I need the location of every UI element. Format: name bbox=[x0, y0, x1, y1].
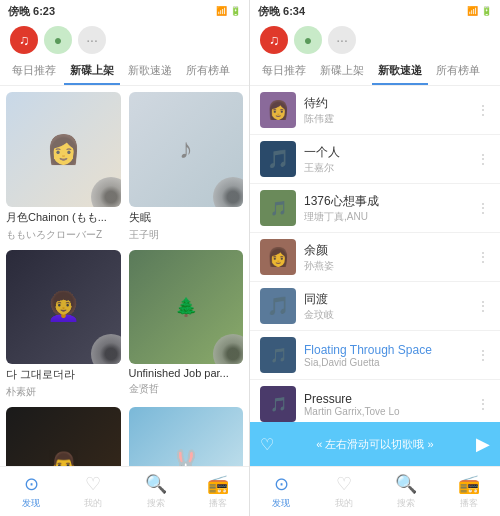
album-item-rabbit[interactable]: 🐰 bbox=[129, 407, 244, 466]
more-icon-daisyou[interactable]: ⋮ bbox=[476, 102, 490, 118]
album-item-chainon[interactable]: 👩 月色Chainon (もも... ももいろクローバーZ bbox=[6, 92, 121, 242]
album-cover-chainon: 👩 bbox=[6, 92, 121, 207]
right-nav-mine[interactable]: ♡ 我的 bbox=[313, 473, 376, 510]
song-artist-yuwan: 孙燕姿 bbox=[304, 259, 468, 273]
song-title-1376: 1376心想事成 bbox=[304, 193, 468, 210]
song-item-alone[interactable]: 🎵 一个人 王嘉尔 ⋮ bbox=[250, 135, 500, 184]
song-thumb-floating: 🎵 bbox=[260, 337, 296, 373]
left-tab-newalbum[interactable]: 新碟上架 bbox=[64, 58, 120, 85]
right-discover-icon: ⊙ bbox=[274, 473, 289, 495]
song-info-daisyou: 待约 陈伟霆 bbox=[304, 95, 468, 126]
left-icon-music[interactable]: ♫ bbox=[10, 26, 38, 54]
right-nav-search[interactable]: 🔍 搜索 bbox=[375, 473, 438, 510]
song-thumb-alone: 🎵 bbox=[260, 141, 296, 177]
album-cover-rabbit: 🐰 bbox=[129, 407, 244, 466]
song-item-daisyou[interactable]: 👩 待约 陈伟霆 ⋮ bbox=[250, 86, 500, 135]
album-title-lost: 失眠 bbox=[129, 210, 244, 225]
song-thumb-tongdu: 🎵 bbox=[260, 288, 296, 324]
album-artist-chainon: ももいろクローバーZ bbox=[6, 228, 121, 242]
left-nav-mine[interactable]: ♡ 我的 bbox=[62, 473, 124, 510]
right-nav-podcast[interactable]: 📻 播客 bbox=[438, 473, 501, 510]
album-artist-korea: 朴素妍 bbox=[6, 385, 121, 399]
more-icon-1376[interactable]: ⋮ bbox=[476, 200, 490, 216]
song-title-pressure: Pressure bbox=[304, 392, 468, 406]
discover-icon: ⊙ bbox=[24, 473, 39, 495]
song-thumb-yuwan: 👩 bbox=[260, 239, 296, 275]
right-tabs: 每日推荐 新碟上架 新歌速递 所有榜单 bbox=[250, 58, 500, 86]
mine-icon: ♡ bbox=[85, 473, 101, 495]
song-title-yuwan: 余颜 bbox=[304, 242, 468, 259]
right-status-bar: 傍晚 6:34 📶 🔋 bbox=[250, 0, 500, 22]
album-title-chainon: 月色Chainon (もも... bbox=[6, 210, 121, 225]
song-item-tongdu[interactable]: 🎵 同渡 金玟岐 ⋮ bbox=[250, 282, 500, 331]
right-nav-discover[interactable]: ⊙ 发现 bbox=[250, 473, 313, 510]
right-tab-newalbum[interactable]: 新碟上架 bbox=[314, 58, 370, 85]
left-icon-green[interactable]: ● bbox=[44, 26, 72, 54]
song-info-tongdu: 同渡 金玟岐 bbox=[304, 291, 468, 322]
album-cover-korea: 👩‍🦱 bbox=[6, 250, 121, 365]
left-nav-search[interactable]: 🔍 搜索 bbox=[125, 473, 187, 510]
right-icons-row: ♫ ● ··· bbox=[250, 22, 500, 58]
song-artist-daisyou: 陈伟霆 bbox=[304, 112, 468, 126]
right-icon-music[interactable]: ♫ bbox=[260, 26, 288, 54]
left-status-bar: 傍晚 6:23 📶 🔋 bbox=[0, 0, 249, 22]
right-song-list: 👩 待约 陈伟霆 ⋮ 🎵 一个人 王嘉尔 ⋮ 🎵 1376心想事成 bbox=[250, 86, 500, 422]
song-item-pressure[interactable]: 🎵 Pressure Martin Garrix,Tove Lo ⋮ bbox=[250, 380, 500, 422]
more-icon-alone[interactable]: ⋮ bbox=[476, 151, 490, 167]
song-info-yuwan: 余颜 孙燕姿 bbox=[304, 242, 468, 273]
right-podcast-icon: 📻 bbox=[458, 473, 480, 495]
more-icon-yuwan[interactable]: ⋮ bbox=[476, 249, 490, 265]
song-title-floating: Floating Through Space bbox=[304, 343, 468, 357]
song-artist-tongdu: 金玟岐 bbox=[304, 308, 468, 322]
album-title-korea: 다 그대로더라 bbox=[6, 367, 121, 382]
search-label: 搜索 bbox=[147, 497, 165, 510]
album-artist-unfinished: 金贤哲 bbox=[129, 382, 244, 396]
song-item-1376[interactable]: 🎵 1376心想事成 理塘丁真,ANU ⋮ bbox=[250, 184, 500, 233]
song-item-floating[interactable]: 🎵 Floating Through Space Sia,David Guett… bbox=[250, 331, 500, 380]
podcast-icon: 📻 bbox=[207, 473, 229, 495]
left-tab-daily[interactable]: 每日推荐 bbox=[6, 58, 62, 85]
heart-icon[interactable]: ♡ bbox=[260, 435, 274, 454]
right-icon-green[interactable]: ● bbox=[294, 26, 322, 54]
left-tab-newsong[interactable]: 新歌速递 bbox=[122, 58, 178, 85]
more-icon-pressure[interactable]: ⋮ bbox=[476, 396, 490, 412]
more-icon-tongdu[interactable]: ⋮ bbox=[476, 298, 490, 314]
scroll-hint-text: « 左右滑动可以切歌哦 » bbox=[282, 437, 468, 452]
left-time: 傍晚 6:23 bbox=[8, 4, 55, 19]
album-title-unfinished: Unfinished Job par... bbox=[129, 367, 244, 379]
mine-label: 我的 bbox=[84, 497, 102, 510]
album-item-unfinished[interactable]: 🌲 Unfinished Job par... 金贤哲 bbox=[129, 250, 244, 400]
right-search-icon: 🔍 bbox=[395, 473, 417, 495]
right-mine-icon: ♡ bbox=[336, 473, 352, 495]
song-item-yuwan[interactable]: 👩 余颜 孙燕姿 ⋮ bbox=[250, 233, 500, 282]
right-panel: 傍晚 6:34 📶 🔋 ♫ ● ··· 每日推荐 新碟上架 新歌速递 所有榜单 … bbox=[250, 0, 500, 516]
left-icon-gray[interactable]: ··· bbox=[78, 26, 106, 54]
album-item-korea[interactable]: 👩‍🦱 다 그대로더라 朴素妍 bbox=[6, 250, 121, 400]
left-panel: 傍晚 6:23 📶 🔋 ♫ ● ··· 每日推荐 新碟上架 新歌速递 所有榜单 … bbox=[0, 0, 250, 516]
more-icon-floating[interactable]: ⋮ bbox=[476, 347, 490, 363]
song-thumb-1376: 🎵 bbox=[260, 190, 296, 226]
song-title-alone: 一个人 bbox=[304, 144, 468, 161]
left-tab-charts[interactable]: 所有榜单 bbox=[180, 58, 236, 85]
left-nav-discover[interactable]: ⊙ 发现 bbox=[0, 473, 62, 510]
song-info-1376: 1376心想事成 理塘丁真,ANU bbox=[304, 193, 468, 224]
left-nav-podcast[interactable]: 📻 播客 bbox=[187, 473, 249, 510]
album-cover-lost: ♪ bbox=[129, 92, 244, 207]
right-status-icons: 📶 🔋 bbox=[467, 6, 492, 16]
discover-label: 发现 bbox=[22, 497, 40, 510]
right-podcast-label: 播客 bbox=[460, 497, 478, 510]
right-tab-newsong[interactable]: 新歌速递 bbox=[372, 58, 428, 85]
play-icon[interactable]: ▶ bbox=[476, 433, 490, 455]
right-tab-charts[interactable]: 所有榜单 bbox=[430, 58, 486, 85]
right-tab-daily[interactable]: 每日推荐 bbox=[256, 58, 312, 85]
search-icon: 🔍 bbox=[145, 473, 167, 495]
album-cover-weeknd: 👨 bbox=[6, 407, 121, 466]
podcast-label: 播客 bbox=[209, 497, 227, 510]
song-thumb-daisyou: 👩 bbox=[260, 92, 296, 128]
song-artist-pressure: Martin Garrix,Tove Lo bbox=[304, 406, 468, 417]
album-item-weeknd[interactable]: 👨 THE HIGHLIGHTS bbox=[6, 407, 121, 466]
album-item-lost[interactable]: ♪ 失眠 王子明 bbox=[129, 92, 244, 242]
song-thumb-pressure: 🎵 bbox=[260, 386, 296, 422]
right-icon-gray[interactable]: ··· bbox=[328, 26, 356, 54]
album-cover-unfinished: 🌲 bbox=[129, 250, 244, 365]
